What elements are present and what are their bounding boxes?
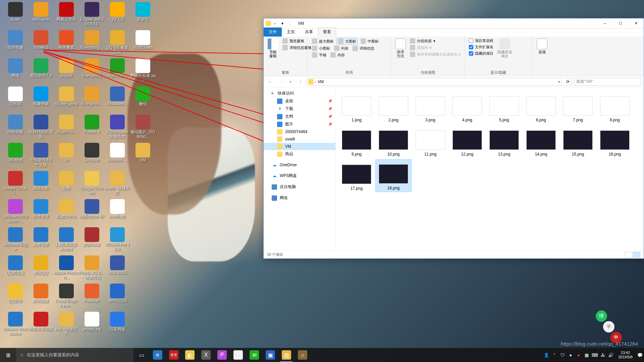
desktop-icon[interactable]: Postman (79, 284, 105, 304)
tray-icon[interactable]: ▦ (583, 348, 591, 362)
file-item[interactable]: 11.png (412, 125, 448, 158)
floating-badge[interactable]: 半 (603, 321, 614, 333)
desktop-icon[interactable]: 百度网盘 (105, 312, 130, 332)
desktop-icon[interactable]: Everything... (79, 30, 105, 50)
tray-chevron-icon[interactable]: ˄ (550, 348, 558, 362)
file-item[interactable]: 3.png (412, 91, 448, 124)
taskbar-app-xshell[interactable]: X (198, 348, 214, 362)
taskbar-app-wechat[interactable]: ✉ (246, 348, 262, 362)
nav-onedrive[interactable]: ☁OneDrive (264, 161, 335, 169)
layout-list[interactable]: 列表 (333, 45, 350, 51)
desktop-icon[interactable]: QQ飞车 (105, 2, 130, 22)
file-item[interactable]: 10.png (375, 125, 412, 158)
desktop-icon[interactable]: MyEclipse 10 (79, 199, 105, 219)
refresh-button[interactable]: ⟳ (564, 78, 572, 86)
desktop-icon[interactable]: Plants.VS.Z... - 快捷方式 (79, 255, 105, 280)
taskbar-app-vm[interactable]: ▣ (262, 348, 278, 362)
desktop-icon[interactable]: Visio 2016 (105, 255, 130, 276)
taskbar-app-explorer[interactable]: ▥ (278, 348, 294, 362)
close-button[interactable]: ✕ (628, 18, 644, 28)
desktop-icon[interactable]: VM (130, 143, 156, 163)
nav-pane-button[interactable]: 导航窗格 (267, 38, 279, 59)
explorer-titlebar[interactable]: ▫ ▾ | VM ─ ☐ ✕ (264, 18, 644, 28)
nav-recent-button[interactable]: ▾ (286, 78, 294, 86)
desktop-icon[interactable]: 微信图片_2019050... (130, 115, 156, 139)
desktop-icon[interactable]: WPS 2019 (105, 284, 130, 304)
chk-hidden[interactable]: 隐藏的项目 (468, 51, 494, 56)
qat-item[interactable]: ▾ (279, 20, 286, 27)
file-item[interactable]: 2.png (375, 91, 412, 124)
desktop-icon[interactable]: Eclipse Jee 2018-12 (79, 2, 105, 27)
tray-icon[interactable]: ● (575, 348, 583, 362)
desktop-icon[interactable]: Google Chrome (79, 171, 105, 196)
tray-network-icon[interactable]: 🖧 (599, 348, 607, 362)
desktop-icon[interactable]: QQ音乐 (3, 284, 28, 304)
nav-thispc[interactable]: 这台电脑 (264, 183, 335, 191)
desktop-icon[interactable]: QQ浏览器 (3, 255, 28, 276)
tab-share[interactable]: 共享 (300, 27, 318, 37)
desktop-icon[interactable]: Adobe Creati... (3, 171, 28, 196)
file-item[interactable]: 8.png (597, 91, 633, 124)
desktop-icon[interactable]: uvwill - 快捷方式 (105, 171, 130, 196)
desktop-icon[interactable]: Microsoft Edge (3, 227, 28, 252)
tray-icon[interactable]: 🛡 (558, 348, 567, 362)
file-item[interactable]: 18.png (375, 159, 412, 192)
layout-content[interactable]: 内容 (329, 52, 346, 58)
taskbar-app-app1[interactable]: ○ (230, 348, 246, 362)
desktop-icon[interactable]: 1.1后系统架构.html (54, 227, 79, 252)
tray-icon[interactable]: ⌨ (591, 348, 599, 362)
nav-back-button[interactable]: ← (266, 78, 274, 86)
file-item[interactable]: 14.png (523, 125, 559, 158)
desktop-icon[interactable]: Adobe Photosh... (54, 255, 79, 280)
layout-tiles[interactable]: 平铺 (311, 52, 328, 58)
desktop-icon[interactable]: 腾讯QQ (28, 255, 54, 276)
desktop-icon[interactable]: Shadows... (105, 86, 130, 107)
search-input[interactable]: 搜索"VM" (574, 78, 641, 86)
desktop-icon[interactable]: xz (54, 143, 79, 163)
desktop-icon[interactable]: Fiddler 4 (79, 115, 105, 135)
desktop-icon[interactable]: 新建文件夹 (54, 199, 79, 219)
groupby-button[interactable]: 分组依据 ▾ (409, 38, 463, 44)
nav-folder[interactable]: uvwill (264, 135, 335, 143)
desktop-icon[interactable]: 上网导航 (28, 227, 54, 247)
chk-itembox[interactable]: 项目复选框 (468, 38, 494, 44)
nav-wps[interactable]: ☁WPS网盘 (264, 172, 335, 180)
desktop-icon[interactable]: 控制面板 (3, 115, 28, 135)
view-large-button[interactable] (633, 252, 640, 258)
layout-medium[interactable]: 中图标 (359, 38, 380, 45)
qat-item[interactable]: ▫ (272, 20, 278, 27)
chk-ext[interactable]: 文件扩展名 (468, 44, 494, 50)
desktop-icon[interactable]: SQLyog.exe 快捷方式 (105, 115, 130, 139)
tray-volume-icon[interactable]: 🔊 (607, 348, 615, 362)
nav-downloads[interactable]: ⬇下载📌 (264, 105, 335, 113)
desktop-icon[interactable]: 电脑管家 (28, 86, 54, 107)
desktop-icon[interactable]: Git Bash (79, 143, 105, 163)
layout-large[interactable]: 大图标 (336, 38, 358, 45)
nav-folder[interactable]: 商品 (264, 150, 335, 158)
file-item[interactable]: 17.png (338, 159, 375, 192)
desktop-icon[interactable]: doc - 快捷方式 (54, 312, 79, 337)
desktop-icon[interactable]: 网易有道词典 (28, 312, 54, 332)
desktop-icon[interactable]: Xshell 5 (28, 30, 54, 50)
layout-small[interactable]: 小图标 (311, 45, 331, 51)
options-button[interactable]: 选项 (535, 38, 549, 55)
minimize-button[interactable]: ─ (597, 18, 613, 28)
desktop-icon[interactable]: 网易云音乐 (54, 2, 79, 22)
file-item[interactable]: 16.png (597, 125, 633, 158)
taskbar-app-phpstorm[interactable]: P (214, 348, 230, 362)
desktop-icon[interactable]: 亚全元 (130, 2, 156, 22)
layout-details[interactable]: 详细信息 (351, 45, 376, 51)
file-item[interactable]: 12.png (449, 125, 485, 158)
nav-forward-button[interactable]: → (276, 78, 284, 86)
tab-view[interactable]: 查看 (318, 27, 336, 37)
desktop-icon[interactable]: WeGame (28, 2, 54, 22)
desktop-icon[interactable]: 腾讯视频 (28, 284, 54, 304)
nav-up-button[interactable]: ↑ (297, 78, 305, 86)
desktop-icon[interactable]: 360壁纸 (3, 143, 28, 163)
file-item[interactable]: 5.png (486, 91, 522, 124)
floating-badge[interactable]: 情 (596, 310, 607, 322)
file-item[interactable]: 7.png (560, 91, 596, 124)
maximize-button[interactable]: ☐ (613, 18, 628, 28)
desktop-icon[interactable]: 回收站 (3, 86, 28, 107)
desktop-icon[interactable]: 文档 (54, 171, 79, 191)
